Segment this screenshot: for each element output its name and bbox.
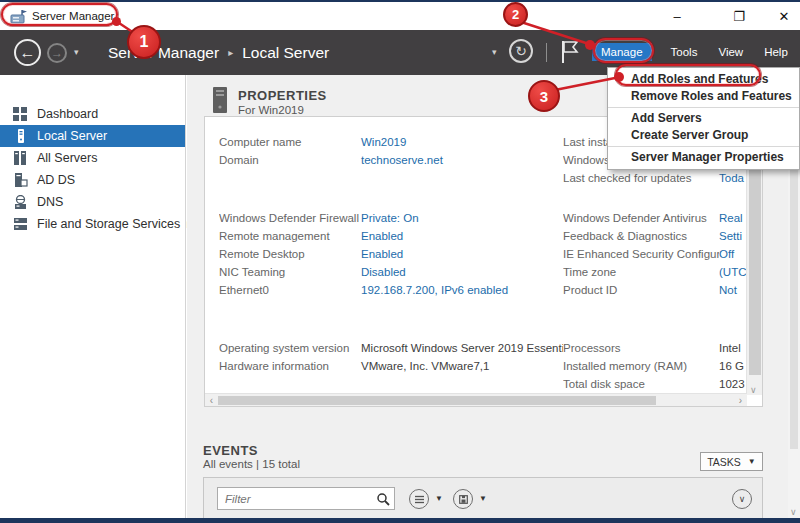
query-list-button[interactable] (409, 489, 429, 509)
menu-view[interactable]: View (716, 43, 745, 61)
dashboard-icon (13, 107, 29, 121)
annotation-dot (112, 17, 121, 26)
sidebar-item-label: AD DS (37, 173, 75, 187)
back-button[interactable]: ← (14, 39, 41, 66)
filter-input[interactable] (218, 488, 374, 509)
close-button[interactable]: ✕ (771, 7, 797, 27)
collapse-section-button[interactable]: ∨ (732, 489, 752, 509)
property-row: Product IDNot (563, 281, 747, 299)
search-icon (376, 492, 390, 510)
properties-horizontal-scrollbar[interactable]: ‹ › (205, 393, 747, 406)
property-row: Installed memory (RAM)16 G (563, 357, 747, 375)
property-row: Ethernet0192.168.7.200, IPv6 enabled (219, 281, 563, 299)
menu-help[interactable]: Help (762, 43, 790, 61)
save-icon (459, 495, 468, 504)
sidebar-item-dashboard[interactable]: Dashboard (0, 103, 185, 125)
events-filter-toolbar: ▼ ▼ ∨ (203, 477, 763, 523)
property-value-link[interactable]: Real (719, 212, 743, 224)
file-storage-icon (13, 217, 29, 231)
property-row: Total disk space1023 (563, 375, 747, 393)
chevron-down-icon: ▼ (748, 457, 756, 466)
property-row: ProcessorsIntel (563, 339, 747, 357)
scroll-down-icon[interactable]: ∨ (790, 507, 797, 517)
property-value-link[interactable]: technoserve.net (361, 154, 443, 166)
property-row: IE Enhanced Security ConfigurationOff (563, 245, 747, 263)
chevron-down-icon[interactable]: ▼ (479, 494, 487, 503)
scope-dropdown-icon[interactable]: ▾ (492, 47, 497, 57)
sidebar-item-label: Local Server (37, 129, 107, 143)
property-row: Windows Defender FirewallPrivate: On (219, 209, 563, 227)
property-value-link[interactable]: Private: On (361, 212, 419, 224)
property-value-link[interactable]: Setti (719, 230, 742, 242)
property-value-link[interactable]: Off (719, 248, 734, 260)
server-manager-window: Server Manager – ❐ ✕ ← → ▾ Server Manage… (0, 0, 800, 523)
breadcrumb-root[interactable]: Server Manager (108, 44, 219, 62)
menu-item-server-manager-properties[interactable]: Server Manager Properties (608, 149, 799, 166)
menu-separator (608, 107, 799, 108)
local-server-icon (13, 129, 29, 143)
window-title: Server Manager (32, 10, 114, 22)
titlebar: Server Manager – ❐ ✕ (0, 2, 800, 30)
scroll-left-icon[interactable]: ‹ (205, 395, 218, 406)
menu-item-add-roles-and-features[interactable]: Add Roles and Features (608, 71, 799, 88)
annotation-dot (614, 72, 624, 82)
server-properties-icon (210, 87, 230, 118)
property-value: Microsoft Windows Server 2019 Essentials (361, 342, 563, 354)
sidebar-item-ad-ds[interactable]: AD DS (0, 169, 185, 191)
scrollbar-thumb[interactable] (218, 396, 656, 405)
property-row: Hardware informationVMware, Inc. VMware7… (219, 357, 563, 375)
all-servers-icon (13, 151, 29, 165)
menubar: Manage Tools View Help (592, 43, 790, 61)
manage-dropdown-menu: Add Roles and Features Remove Roles and … (607, 67, 800, 170)
property-row: Operating system versionMicrosoft Window… (219, 339, 563, 357)
properties-right-column: Last insta Windows Last checked for upda… (563, 133, 747, 393)
menu-tools[interactable]: Tools (669, 43, 700, 61)
sidebar-item-label: File and Storage Services (37, 217, 180, 231)
property-value-link[interactable]: Toda (719, 172, 744, 184)
property-value-link[interactable]: 192.168.7.200, IPv6 enabled (361, 284, 508, 296)
history-dropdown-icon[interactable]: ▾ (74, 47, 79, 57)
dns-icon (13, 195, 29, 209)
window-bottom-border (0, 518, 800, 523)
scroll-right-icon[interactable]: › (734, 395, 747, 406)
maximize-button[interactable]: ❐ (726, 7, 752, 27)
property-value-link[interactable]: Enabled (361, 230, 403, 242)
tasks-button[interactable]: TASKS ▼ (700, 452, 763, 471)
events-heading: EVENTS (203, 443, 258, 458)
notifications-flag-icon[interactable] (558, 39, 580, 69)
sidebar-item-dns[interactable]: DNS (0, 191, 185, 213)
property-value-link[interactable]: Not (719, 284, 737, 296)
sidebar-item-label: Dashboard (37, 107, 98, 121)
chevron-down-icon[interactable]: ▼ (435, 494, 443, 503)
sidebar-item-file-storage-services[interactable]: File and Storage Services ▷ (0, 213, 185, 235)
breadcrumb-current[interactable]: Local Server (242, 44, 329, 62)
property-value-link[interactable]: Win2019 (361, 136, 406, 148)
menu-item-create-server-group[interactable]: Create Server Group (608, 127, 799, 144)
sidebar: Dashboard Local Server All Servers AD DS… (0, 75, 186, 519)
minimize-button[interactable]: – (664, 7, 690, 27)
menu-item-add-servers[interactable]: Add Servers (608, 110, 799, 127)
property-value-link[interactable]: (UTC (719, 266, 746, 278)
property-value-link[interactable]: Disabled (361, 266, 406, 278)
menu-item-remove-roles-and-features[interactable]: Remove Roles and Features (608, 88, 799, 105)
property-value: VMware, Inc. VMware7,1 (361, 360, 489, 372)
list-icon (415, 495, 424, 504)
save-query-button[interactable] (453, 489, 473, 509)
events-summary: All events | 15 total (203, 458, 300, 470)
filter-field[interactable] (217, 487, 395, 510)
property-value-link[interactable]: Enabled (361, 248, 403, 260)
property-row: Last checked for updatesToda (563, 169, 747, 187)
sidebar-item-all-servers[interactable]: All Servers (0, 147, 185, 169)
property-row: Feedback & DiagnosticsSetti (563, 227, 747, 245)
refresh-button[interactable]: ↻ (509, 39, 533, 63)
properties-heading: PROPERTIES (238, 88, 327, 103)
forward-button[interactable]: → (47, 43, 67, 63)
sidebar-item-local-server[interactable]: Local Server (0, 125, 185, 147)
annotation-dot (585, 40, 595, 50)
server-manager-app-icon (10, 9, 28, 29)
property-row: Remote managementEnabled (219, 227, 563, 245)
sidebar-item-label: All Servers (37, 151, 97, 165)
menu-manage[interactable]: Manage (592, 43, 652, 61)
scroll-down-icon[interactable]: ∨ (750, 385, 757, 395)
sidebar-item-label: DNS (37, 195, 63, 209)
